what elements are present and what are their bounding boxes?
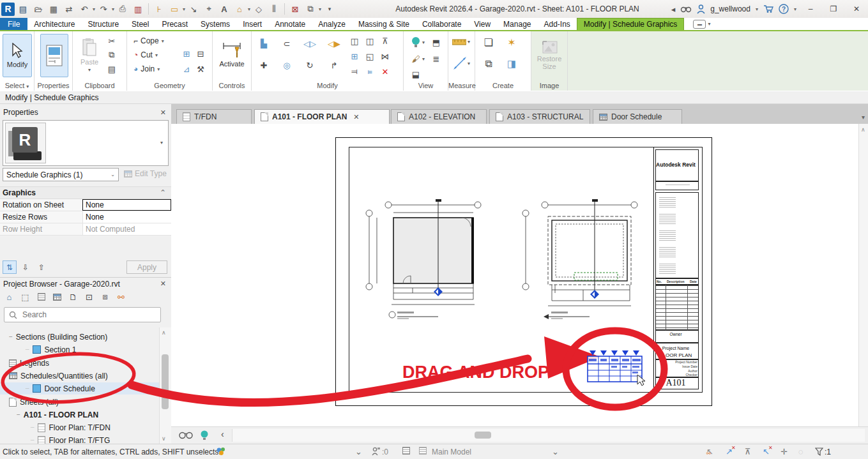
tab-file[interactable]: File [0, 18, 27, 30]
copy-icon[interactable] [281, 59, 293, 71]
tab-precast[interactable]: Precast [155, 18, 194, 30]
panel-clipboard-label[interactable]: Clipboard [73, 82, 126, 89]
browser-link-icon[interactable] [114, 290, 128, 303]
3d-view-dropdown-icon[interactable] [248, 6, 250, 12]
scrollbar-thumb[interactable] [475, 432, 491, 439]
panel-view-label[interactable]: View [404, 82, 448, 89]
reveal-hidden-elements-icon[interactable] [179, 432, 193, 439]
close-button[interactable] [848, 1, 865, 17]
view-tab-tfdn[interactable]: T/FDN [176, 109, 252, 124]
customize-qat-icon[interactable] [323, 2, 337, 16]
modify-button[interactable]: Modify [3, 34, 32, 77]
collapse-icon[interactable] [671, 4, 676, 14]
username[interactable]: g_wellwood [710, 4, 750, 13]
measure-between-icon[interactable] [453, 57, 466, 70]
delete-icon[interactable] [379, 66, 391, 77]
pin-element-icon[interactable] [379, 50, 391, 62]
tab-insert[interactable]: Insert [236, 18, 268, 30]
tab-manage[interactable]: Manage [497, 18, 537, 30]
panel-properties-label[interactable]: Properties [34, 82, 72, 89]
open-icon[interactable] [31, 2, 45, 16]
drawing-canvas[interactable]: Autodesk Revit No. Description Date Owne… [171, 124, 868, 426]
restore-button[interactable] [825, 1, 842, 17]
tab-massing-site[interactable]: Massing & Site [352, 18, 416, 30]
instance-selector[interactable]: Schedule Graphics (1) [3, 168, 119, 181]
help-dropdown-icon[interactable] [794, 6, 796, 12]
design-options-icon[interactable] [419, 447, 427, 456]
align-right-icon[interactable] [364, 66, 376, 77]
tab-steel[interactable]: Steel [125, 18, 155, 30]
measure-icon[interactable] [167, 2, 181, 16]
measure-dropdown-icon[interactable] [183, 6, 185, 12]
view-tab-a103[interactable]: A103 - STRUCTURAL [489, 109, 590, 124]
redo-dropdown-icon[interactable] [112, 6, 114, 12]
tree-item-legends[interactable]: Legends [0, 357, 167, 369]
type-selector-dropdown-icon[interactable] [160, 140, 163, 146]
wall-joins-icon[interactable] [181, 63, 192, 75]
match-type-icon[interactable] [106, 63, 118, 75]
view-tab-door-schedule[interactable]: Door Schedule [593, 109, 682, 124]
browser-scrollbar[interactable] [159, 327, 171, 444]
collapse-node-icon[interactable] [9, 333, 13, 340]
scroll-up-icon[interactable] [861, 126, 865, 133]
sort-descending-icon[interactable] [34, 260, 49, 274]
align-icon[interactable] [258, 38, 270, 49]
switch-windows-icon[interactable] [303, 2, 317, 16]
panel-image-label[interactable]: Image [531, 82, 567, 89]
align-left-icon[interactable] [349, 66, 360, 77]
graphics-section-header[interactable]: Graphics [0, 186, 171, 199]
worksharing-status-icon[interactable] [216, 446, 226, 456]
temporary-hide-isolate-icon[interactable] [201, 430, 208, 440]
press-drag-icon[interactable] [745, 447, 751, 456]
browser-selection-icon[interactable] [19, 290, 32, 303]
properties-close-icon[interactable] [160, 109, 166, 117]
tab-analyze[interactable]: Analyze [312, 18, 352, 30]
tree-item-a101[interactable]: A101 - FLOOR PLAN [0, 409, 175, 421]
tab-view[interactable]: View [468, 18, 497, 30]
measure-between-dropdown-icon[interactable] [468, 61, 470, 66]
browser-list-icon[interactable] [34, 290, 48, 303]
collapse-section-icon[interactable] [160, 188, 166, 197]
override-graphics-icon[interactable] [410, 53, 422, 64]
scroll-down-icon[interactable] [162, 435, 166, 442]
default-3d-view-icon[interactable] [232, 2, 247, 16]
cart-icon[interactable] [763, 4, 773, 13]
browser-sheet-icon[interactable] [66, 290, 80, 303]
tree-item-sections[interactable]: Sections (Building Section) [0, 331, 167, 343]
sheet-a101[interactable]: Autodesk Revit No. Description Date Owne… [335, 137, 712, 406]
worksets-icon[interactable] [402, 447, 410, 456]
tree-item-schedules[interactable]: Schedules/Quantities (all) [0, 370, 167, 382]
minimize-button[interactable] [802, 1, 819, 17]
property-value[interactable]: None [82, 211, 171, 223]
create-parts-icon[interactable] [506, 58, 517, 70]
split-element-icon[interactable] [349, 35, 360, 47]
array-icon[interactable] [349, 50, 360, 62]
canvas-scrollbar-horizontal[interactable] [232, 429, 865, 442]
hide-isolate-lightbulb-icon[interactable] [411, 36, 420, 48]
view-tab-a101[interactable]: A101 - FLOOR PLAN [254, 109, 390, 124]
collapse-view-control-icon[interactable] [221, 429, 224, 439]
activate-button[interactable]: Activate [217, 34, 247, 76]
switch-windows-dropdown-icon[interactable] [319, 6, 321, 12]
tree-item-section-1[interactable]: ┄ Section 1 [0, 343, 184, 356]
sort-ascending-icon[interactable] [19, 260, 33, 274]
text-icon[interactable] [217, 2, 231, 16]
tree-item-door-schedule[interactable]: ┄ Door Schedule [0, 382, 184, 395]
cut-button[interactable]: Cut [133, 50, 158, 59]
close-tab-icon[interactable] [353, 113, 359, 121]
print-icon[interactable] [116, 2, 130, 16]
panel-measure-label[interactable]: Measure [448, 82, 475, 89]
editable-only-icon[interactable] [372, 447, 381, 456]
properties-button[interactable] [40, 34, 68, 77]
undo-dropdown-icon[interactable] [93, 6, 95, 12]
revit-logo-icon[interactable]: R [1, 3, 15, 16]
panel-create-label[interactable]: Create [475, 82, 531, 89]
panel-select-label[interactable]: Select [0, 82, 34, 89]
tab-architecture[interactable]: Architecture [27, 18, 81, 30]
tab-modify-schedule-graphics[interactable]: Modify | Schedule Graphics [577, 18, 685, 30]
drag-elements-icon[interactable] [780, 447, 788, 456]
measure-ruler-icon[interactable] [452, 38, 466, 45]
browser-schedule-icon[interactable] [50, 290, 64, 303]
trim-extend-icon[interactable] [328, 59, 340, 71]
help-icon[interactable]: ? [779, 4, 789, 14]
